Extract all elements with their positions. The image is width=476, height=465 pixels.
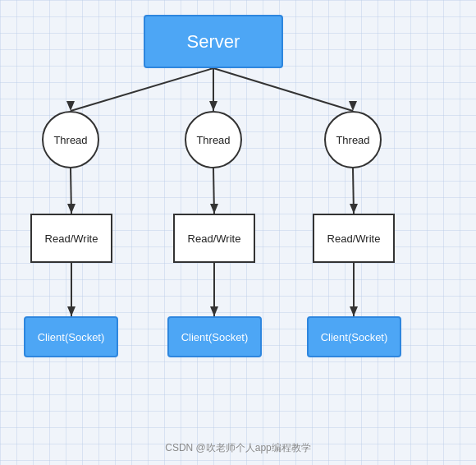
client-box-3: Client(Socket) <box>307 316 401 357</box>
svg-line-2 <box>213 68 353 111</box>
svg-marker-14 <box>350 204 358 214</box>
thread-label-1: Thread <box>53 134 87 146</box>
svg-line-0 <box>71 68 213 111</box>
client-box-1: Client(Socket) <box>24 316 118 357</box>
client-label-3: Client(Socket) <box>321 331 388 343</box>
svg-marker-16 <box>210 306 218 316</box>
server-box: Server <box>144 15 283 68</box>
thread-label-2: Thread <box>196 134 230 146</box>
thread-circle-3: Thread <box>324 111 382 168</box>
thread-circle-1: Thread <box>42 111 99 168</box>
readwrite-box-2: Read/Write <box>173 214 255 263</box>
footer: CSDN @吹老师个人app编程教学 <box>0 441 476 455</box>
svg-marker-10 <box>209 101 217 111</box>
client-label-2: Client(Socket) <box>181 331 249 343</box>
svg-marker-9 <box>66 101 75 111</box>
server-label: Server <box>187 31 240 53</box>
readwrite-label-1: Read/Write <box>45 232 98 245</box>
svg-line-3 <box>71 168 71 214</box>
thread-circle-2: Thread <box>185 111 242 168</box>
readwrite-box-1: Read/Write <box>30 214 112 263</box>
client-box-2: Client(Socket) <box>167 316 262 357</box>
svg-line-5 <box>353 168 354 214</box>
footer-text: CSDN @吹老师个人app编程教学 <box>165 442 311 453</box>
readwrite-label-2: Read/Write <box>188 232 241 245</box>
readwrite-label-3: Read/Write <box>327 232 381 245</box>
thread-label-3: Thread <box>336 134 369 146</box>
svg-marker-11 <box>349 101 357 111</box>
svg-marker-17 <box>350 306 358 316</box>
svg-marker-13 <box>210 204 218 214</box>
client-label-1: Client(Socket) <box>38 331 105 343</box>
svg-marker-15 <box>67 306 76 316</box>
readwrite-box-3: Read/Write <box>313 214 395 263</box>
diagram: Server Thread Thread Thread Read/Write R… <box>0 0 476 465</box>
svg-line-4 <box>213 168 214 214</box>
svg-marker-12 <box>67 204 76 214</box>
